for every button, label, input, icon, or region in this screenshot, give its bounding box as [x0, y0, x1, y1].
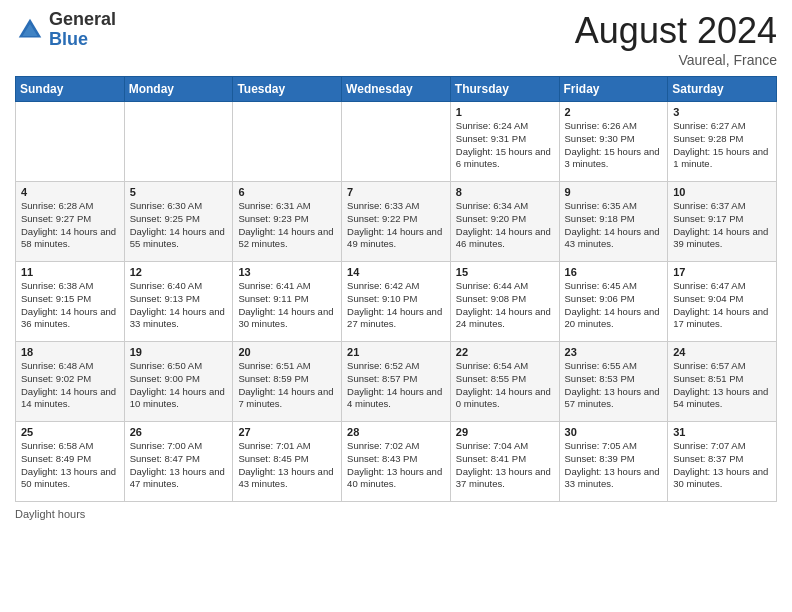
day-number: 11 — [21, 266, 119, 278]
day-number: 20 — [238, 346, 336, 358]
day-number: 25 — [21, 426, 119, 438]
day-info: Sunrise: 7:02 AM Sunset: 8:43 PM Dayligh… — [347, 440, 445, 491]
day-info: Sunrise: 6:42 AM Sunset: 9:10 PM Dayligh… — [347, 280, 445, 331]
day-number: 28 — [347, 426, 445, 438]
calendar-cell: 30Sunrise: 7:05 AM Sunset: 8:39 PM Dayli… — [559, 422, 668, 502]
day-number: 29 — [456, 426, 554, 438]
calendar-cell: 19Sunrise: 6:50 AM Sunset: 9:00 PM Dayli… — [124, 342, 233, 422]
calendar-cell: 11Sunrise: 6:38 AM Sunset: 9:15 PM Dayli… — [16, 262, 125, 342]
calendar-cell: 1Sunrise: 6:24 AM Sunset: 9:31 PM Daylig… — [450, 102, 559, 182]
day-number: 14 — [347, 266, 445, 278]
calendar-table: SundayMondayTuesdayWednesdayThursdayFrid… — [15, 76, 777, 502]
calendar-cell: 22Sunrise: 6:54 AM Sunset: 8:55 PM Dayli… — [450, 342, 559, 422]
calendar-week-row: 11Sunrise: 6:38 AM Sunset: 9:15 PM Dayli… — [16, 262, 777, 342]
column-header-thursday: Thursday — [450, 77, 559, 102]
column-header-wednesday: Wednesday — [342, 77, 451, 102]
calendar-cell: 7Sunrise: 6:33 AM Sunset: 9:22 PM Daylig… — [342, 182, 451, 262]
calendar-cell: 18Sunrise: 6:48 AM Sunset: 9:02 PM Dayli… — [16, 342, 125, 422]
day-number: 4 — [21, 186, 119, 198]
page-header: General Blue August 2024 Vaureal, France — [15, 10, 777, 68]
logo: General Blue — [15, 10, 116, 50]
calendar-cell: 28Sunrise: 7:02 AM Sunset: 8:43 PM Dayli… — [342, 422, 451, 502]
day-info: Sunrise: 6:30 AM Sunset: 9:25 PM Dayligh… — [130, 200, 228, 251]
calendar-cell: 2Sunrise: 6:26 AM Sunset: 9:30 PM Daylig… — [559, 102, 668, 182]
calendar-week-row: 4Sunrise: 6:28 AM Sunset: 9:27 PM Daylig… — [16, 182, 777, 262]
day-number: 10 — [673, 186, 771, 198]
calendar-cell: 29Sunrise: 7:04 AM Sunset: 8:41 PM Dayli… — [450, 422, 559, 502]
calendar-cell: 21Sunrise: 6:52 AM Sunset: 8:57 PM Dayli… — [342, 342, 451, 422]
column-header-saturday: Saturday — [668, 77, 777, 102]
day-info: Sunrise: 6:54 AM Sunset: 8:55 PM Dayligh… — [456, 360, 554, 411]
day-info: Sunrise: 7:01 AM Sunset: 8:45 PM Dayligh… — [238, 440, 336, 491]
calendar-cell — [342, 102, 451, 182]
day-number: 24 — [673, 346, 771, 358]
day-info: Sunrise: 7:05 AM Sunset: 8:39 PM Dayligh… — [565, 440, 663, 491]
day-info: Sunrise: 7:04 AM Sunset: 8:41 PM Dayligh… — [456, 440, 554, 491]
day-number: 3 — [673, 106, 771, 118]
calendar-cell: 23Sunrise: 6:55 AM Sunset: 8:53 PM Dayli… — [559, 342, 668, 422]
footer-note: Daylight hours — [15, 508, 777, 520]
month-year-title: August 2024 — [575, 10, 777, 52]
calendar-cell: 10Sunrise: 6:37 AM Sunset: 9:17 PM Dayli… — [668, 182, 777, 262]
day-info: Sunrise: 6:57 AM Sunset: 8:51 PM Dayligh… — [673, 360, 771, 411]
day-number: 12 — [130, 266, 228, 278]
calendar-cell: 5Sunrise: 6:30 AM Sunset: 9:25 PM Daylig… — [124, 182, 233, 262]
day-number: 2 — [565, 106, 663, 118]
logo-blue: Blue — [49, 29, 88, 49]
day-info: Sunrise: 6:58 AM Sunset: 8:49 PM Dayligh… — [21, 440, 119, 491]
day-number: 26 — [130, 426, 228, 438]
day-info: Sunrise: 6:27 AM Sunset: 9:28 PM Dayligh… — [673, 120, 771, 171]
day-info: Sunrise: 6:47 AM Sunset: 9:04 PM Dayligh… — [673, 280, 771, 331]
location-subtitle: Vaureal, France — [575, 52, 777, 68]
day-info: Sunrise: 6:38 AM Sunset: 9:15 PM Dayligh… — [21, 280, 119, 331]
day-info: Sunrise: 6:37 AM Sunset: 9:17 PM Dayligh… — [673, 200, 771, 251]
title-block: August 2024 Vaureal, France — [575, 10, 777, 68]
day-info: Sunrise: 6:26 AM Sunset: 9:30 PM Dayligh… — [565, 120, 663, 171]
calendar-cell: 26Sunrise: 7:00 AM Sunset: 8:47 PM Dayli… — [124, 422, 233, 502]
calendar-cell: 16Sunrise: 6:45 AM Sunset: 9:06 PM Dayli… — [559, 262, 668, 342]
day-number: 18 — [21, 346, 119, 358]
calendar-cell — [16, 102, 125, 182]
day-number: 6 — [238, 186, 336, 198]
day-number: 22 — [456, 346, 554, 358]
day-info: Sunrise: 7:00 AM Sunset: 8:47 PM Dayligh… — [130, 440, 228, 491]
day-number: 9 — [565, 186, 663, 198]
calendar-cell: 4Sunrise: 6:28 AM Sunset: 9:27 PM Daylig… — [16, 182, 125, 262]
calendar-cell — [233, 102, 342, 182]
calendar-cell: 15Sunrise: 6:44 AM Sunset: 9:08 PM Dayli… — [450, 262, 559, 342]
day-info: Sunrise: 6:52 AM Sunset: 8:57 PM Dayligh… — [347, 360, 445, 411]
calendar-cell: 17Sunrise: 6:47 AM Sunset: 9:04 PM Dayli… — [668, 262, 777, 342]
day-number: 31 — [673, 426, 771, 438]
day-info: Sunrise: 6:44 AM Sunset: 9:08 PM Dayligh… — [456, 280, 554, 331]
calendar-cell: 27Sunrise: 7:01 AM Sunset: 8:45 PM Dayli… — [233, 422, 342, 502]
column-header-friday: Friday — [559, 77, 668, 102]
calendar-cell — [124, 102, 233, 182]
calendar-cell: 6Sunrise: 6:31 AM Sunset: 9:23 PM Daylig… — [233, 182, 342, 262]
day-number: 8 — [456, 186, 554, 198]
day-number: 19 — [130, 346, 228, 358]
calendar-cell: 31Sunrise: 7:07 AM Sunset: 8:37 PM Dayli… — [668, 422, 777, 502]
calendar-cell: 24Sunrise: 6:57 AM Sunset: 8:51 PM Dayli… — [668, 342, 777, 422]
day-number: 16 — [565, 266, 663, 278]
day-number: 13 — [238, 266, 336, 278]
day-info: Sunrise: 6:33 AM Sunset: 9:22 PM Dayligh… — [347, 200, 445, 251]
calendar-cell: 14Sunrise: 6:42 AM Sunset: 9:10 PM Dayli… — [342, 262, 451, 342]
day-info: Sunrise: 6:40 AM Sunset: 9:13 PM Dayligh… — [130, 280, 228, 331]
day-number: 5 — [130, 186, 228, 198]
calendar-cell: 13Sunrise: 6:41 AM Sunset: 9:11 PM Dayli… — [233, 262, 342, 342]
day-info: Sunrise: 6:51 AM Sunset: 8:59 PM Dayligh… — [238, 360, 336, 411]
day-info: Sunrise: 6:34 AM Sunset: 9:20 PM Dayligh… — [456, 200, 554, 251]
calendar-cell: 20Sunrise: 6:51 AM Sunset: 8:59 PM Dayli… — [233, 342, 342, 422]
day-info: Sunrise: 7:07 AM Sunset: 8:37 PM Dayligh… — [673, 440, 771, 491]
calendar-cell: 25Sunrise: 6:58 AM Sunset: 8:49 PM Dayli… — [16, 422, 125, 502]
calendar-week-row: 18Sunrise: 6:48 AM Sunset: 9:02 PM Dayli… — [16, 342, 777, 422]
day-number: 7 — [347, 186, 445, 198]
day-info: Sunrise: 6:35 AM Sunset: 9:18 PM Dayligh… — [565, 200, 663, 251]
day-info: Sunrise: 6:48 AM Sunset: 9:02 PM Dayligh… — [21, 360, 119, 411]
column-header-tuesday: Tuesday — [233, 77, 342, 102]
day-number: 1 — [456, 106, 554, 118]
day-number: 30 — [565, 426, 663, 438]
day-info: Sunrise: 6:41 AM Sunset: 9:11 PM Dayligh… — [238, 280, 336, 331]
calendar-header-row: SundayMondayTuesdayWednesdayThursdayFrid… — [16, 77, 777, 102]
day-number: 23 — [565, 346, 663, 358]
